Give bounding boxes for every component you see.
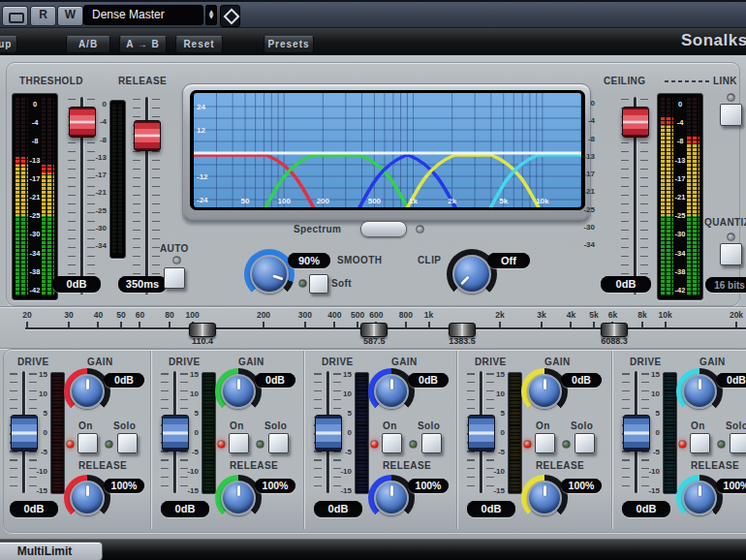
gain-knob[interactable] [64, 368, 110, 415]
solo-led [105, 440, 113, 449]
gain-value[interactable]: 0dB [408, 373, 449, 388]
drive-label: DRIVE [169, 357, 201, 367]
ab-compare-button[interactable]: A/B [66, 36, 110, 53]
crossover-handle[interactable] [189, 323, 216, 337]
on-led [523, 440, 532, 449]
band-release-value[interactable]: 100% [716, 479, 746, 493]
knob-pointer [225, 484, 252, 512]
gain-knob[interactable] [676, 368, 723, 415]
preset-spinner[interactable]: ▲▼ [205, 5, 217, 25]
crossover-handle[interactable] [449, 323, 476, 337]
spectrum-button[interactable] [360, 221, 407, 237]
band-release-label: RELEASE [230, 460, 278, 471]
drive-value[interactable]: 0dB [467, 501, 515, 517]
bypass-button[interactable] [2, 6, 28, 26]
quantize-button[interactable] [720, 243, 742, 265]
reset-button[interactable]: Reset [175, 36, 223, 53]
ceiling-fader-handle[interactable] [622, 107, 649, 138]
scale-tick-label: -34 [28, 248, 42, 257]
scale-tick-label: 0 [577, 99, 595, 108]
release-fader [132, 97, 161, 295]
drive-value[interactable]: 0dB [10, 501, 58, 517]
scale-tick-label: 15 [647, 370, 660, 379]
scale-tick-label: -10 [647, 467, 660, 476]
drive-value[interactable]: 0dB [314, 501, 362, 517]
scale-tick-label: 0 [673, 100, 687, 109]
quantize-value[interactable]: 16 bits [705, 277, 746, 293]
presets-button[interactable]: Presets [264, 36, 314, 53]
drive-fader-handle[interactable] [468, 415, 495, 451]
solo-button[interactable] [268, 433, 289, 453]
quantize-label: QUANTIZE [704, 217, 746, 228]
solo-button[interactable] [575, 433, 595, 453]
on-label: On [78, 420, 93, 431]
drive-value[interactable]: 0dB [622, 501, 670, 517]
band-release-value[interactable]: 100% [255, 479, 295, 493]
drive-scale: 151050-5-10-15 [186, 374, 199, 490]
write-automation-button[interactable]: W [57, 6, 83, 26]
band-release-value[interactable]: 100% [561, 479, 602, 493]
gain-knob[interactable] [521, 368, 568, 415]
drive-fader-handle[interactable] [623, 415, 650, 451]
smooth-knob[interactable] [244, 249, 295, 299]
knob-pointer [686, 484, 713, 512]
gain-knob[interactable] [215, 368, 262, 415]
threshold-value[interactable]: 0dB [52, 276, 101, 293]
drive-fader-handle[interactable] [162, 415, 189, 451]
copy-a-to-b-button[interactable]: A → B [119, 36, 167, 53]
ruler-tick [333, 322, 335, 328]
drive-fader-handle[interactable] [315, 415, 342, 451]
release-fader-handle[interactable] [134, 120, 161, 151]
gain-value[interactable]: 0dB [255, 373, 295, 388]
gain-value[interactable]: 0dB [104, 373, 144, 388]
scale-tick-label: -5 [186, 447, 199, 455]
on-button[interactable] [229, 433, 249, 453]
on-button[interactable] [690, 433, 710, 453]
release-value[interactable]: 350ms [118, 276, 167, 293]
ceiling-value[interactable]: 0dB [601, 276, 651, 293]
ruler-tick-label: 20 [22, 310, 31, 320]
read-automation-button[interactable]: R [30, 6, 56, 26]
ceiling-label: CEILING [604, 76, 645, 86]
solo-button[interactable] [730, 433, 746, 453]
soft-button[interactable] [309, 274, 328, 294]
gain-value[interactable]: 0dB [716, 373, 746, 388]
diamond-icon [224, 9, 240, 25]
clip-value[interactable]: Off [487, 253, 530, 268]
link-button[interactable] [720, 104, 742, 126]
knob-ball [452, 255, 491, 294]
auto-button[interactable] [164, 267, 185, 289]
scale-tick-label: 15 [339, 370, 352, 379]
scale-tick-label: 0 [28, 100, 42, 109]
drive-scale: 151050-5-10-15 [339, 374, 352, 490]
knob-pointer [378, 484, 405, 512]
solo-label: Solo [113, 420, 136, 431]
multilimit-tab[interactable]: MultiLimit [0, 542, 103, 560]
setup-button[interactable]: Setup [0, 36, 17, 53]
x-axis-label: 10k [536, 197, 549, 205]
drive-value[interactable]: 0dB [161, 501, 209, 517]
scale-tick-label: -10 [186, 467, 199, 476]
drive-fader-handle[interactable] [11, 415, 38, 451]
crossover-handle[interactable] [601, 323, 628, 337]
scale-tick-label: 15 [492, 370, 505, 379]
gain-knob[interactable] [368, 368, 415, 415]
band-release-value[interactable]: 100% [408, 479, 449, 493]
ruler-tick-label: 10k [658, 310, 671, 320]
solo-button[interactable] [117, 433, 138, 453]
preset-name-field[interactable]: Dense Master [83, 5, 203, 25]
smooth-value[interactable]: 90% [288, 253, 330, 268]
on-button[interactable] [535, 433, 555, 453]
gain-value[interactable]: 0dB [561, 373, 602, 388]
band-release-value[interactable]: 100% [104, 479, 144, 493]
crossover-handle[interactable] [360, 323, 388, 337]
on-led [66, 440, 75, 449]
solo-button[interactable] [421, 433, 442, 453]
spectrum-display: 2412-12-24501002005001k2k5k10k [194, 93, 581, 207]
ruler-tick-label: 5k [589, 310, 598, 320]
on-button[interactable] [78, 433, 98, 453]
on-button[interactable] [382, 433, 402, 453]
host-title-bar: R W Dense Master ▲▼ [0, 0, 746, 28]
preset-menu-button[interactable] [220, 5, 240, 27]
ruler-tick-label: 300 [298, 310, 312, 320]
